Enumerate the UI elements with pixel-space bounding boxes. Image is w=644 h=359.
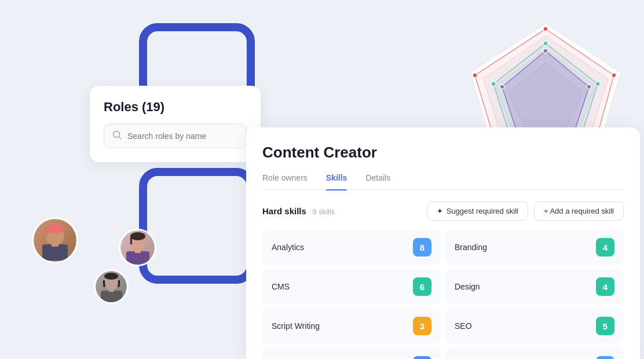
bg-shape-bottom	[139, 168, 255, 284]
svg-rect-27	[126, 251, 149, 265]
svg-point-35	[104, 273, 118, 280]
skill-row-seo: SEO 5	[445, 309, 624, 343]
skill-row-social-media: Social Media 9	[262, 348, 441, 359]
svg-point-15	[491, 82, 496, 86]
skill-row-script-writing: Script Writing 3	[262, 309, 441, 343]
search-box[interactable]	[104, 124, 247, 148]
avatar-1	[32, 217, 78, 263]
skill-row-analytics: Analytics 8	[262, 230, 441, 265]
svg-line-41	[119, 137, 121, 139]
svg-point-18	[587, 85, 591, 89]
skill-row-cms: CMS 6	[262, 269, 441, 304]
search-input[interactable]	[127, 131, 238, 141]
skill-row-branding: Branding 4	[445, 230, 624, 265]
svg-point-5	[543, 27, 548, 31]
skill-badge-video-editing: 8	[596, 356, 614, 359]
skill-badge-seo: 5	[596, 317, 614, 335]
skill-badge-script-writing: 3	[413, 317, 431, 335]
roles-card: Roles (19)	[90, 86, 261, 162]
avatar-3	[94, 269, 129, 304]
svg-point-12	[595, 82, 600, 86]
hard-skills-label: Hard skills 9 skills	[262, 206, 335, 217]
svg-rect-38	[103, 284, 105, 287]
svg-rect-32	[101, 291, 122, 303]
svg-point-25	[46, 224, 64, 233]
svg-rect-26	[46, 229, 48, 236]
svg-point-11	[543, 41, 548, 46]
skill-row-design: Design 4	[445, 269, 624, 304]
content-panel: Content Creator Role owners Skills Detai…	[246, 127, 640, 359]
skills-header: Hard skills 9 skills ✦ Suggest required …	[262, 202, 624, 221]
roles-title: Roles (19)	[104, 100, 247, 115]
tab-role-owners[interactable]: Role owners	[262, 173, 308, 189]
skill-badge-analytics: 8	[413, 238, 431, 257]
skill-badge-social-media: 9	[413, 356, 431, 359]
svg-point-9	[473, 73, 477, 78]
suggest-skill-button[interactable]: ✦ Suggest required skill	[427, 202, 528, 221]
svg-point-17	[543, 49, 548, 53]
add-skill-button[interactable]: + Add a required skill	[534, 202, 624, 221]
sparkle-icon: ✦	[437, 207, 443, 215]
skills-grid: Analytics 8 Branding 4 CMS 6 Design 4 Sc…	[262, 230, 624, 359]
svg-rect-31	[130, 236, 132, 244]
skill-row-video-editing: Video Editing 8	[445, 348, 624, 359]
svg-rect-22	[42, 244, 68, 261]
svg-point-30	[130, 232, 145, 240]
panel-title: Content Creator	[262, 144, 624, 162]
svg-point-21	[500, 85, 504, 89]
skill-badge-cms: 6	[413, 277, 431, 296]
svg-point-6	[612, 73, 616, 78]
search-icon	[112, 130, 122, 142]
tab-skills[interactable]: Skills	[326, 173, 347, 189]
svg-rect-39	[118, 284, 120, 287]
tabs-container: Role owners Skills Details	[262, 173, 624, 190]
skill-badge-design: 4	[596, 277, 614, 296]
avatar-2	[119, 229, 156, 266]
skill-badge-branding: 4	[596, 238, 614, 257]
tab-details[interactable]: Details	[365, 173, 390, 189]
skills-actions: ✦ Suggest required skill + Add a require…	[427, 202, 624, 221]
